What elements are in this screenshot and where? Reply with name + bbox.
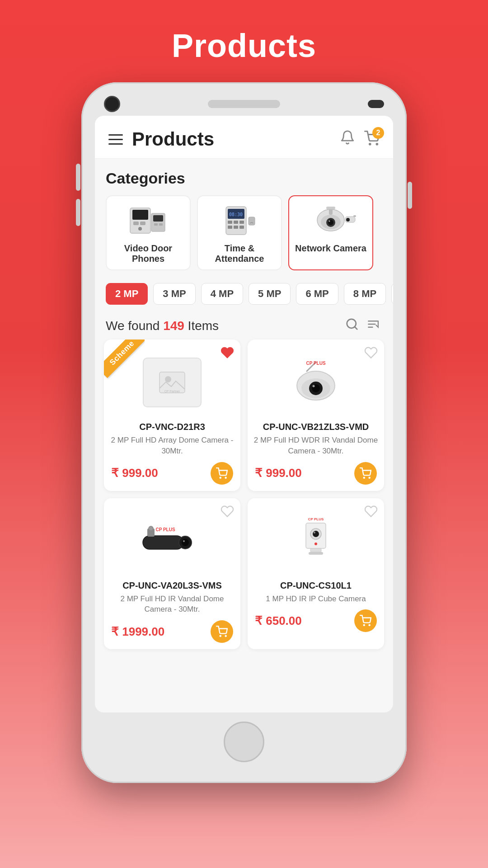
hamburger-menu-button[interactable] [108, 134, 123, 145]
svg-point-29 [346, 218, 350, 222]
cart-badge: 2 [372, 127, 384, 139]
svg-text:CP Partner: CP Partner [164, 390, 180, 393]
wishlist-button-p4[interactable] [364, 505, 378, 521]
svg-point-0 [369, 143, 371, 145]
video-door-phone-svg [123, 204, 173, 237]
power-button [408, 182, 412, 209]
svg-text:CP PLUS: CP PLUS [306, 361, 325, 366]
product-card-p2[interactable]: CP PLUS CP-UNC-VB21ZL3S-VMD 2 MP Full HD… [248, 340, 384, 491]
svg-rect-27 [326, 207, 335, 209]
svg-rect-16 [239, 221, 244, 224]
svg-rect-64 [310, 548, 321, 552]
product-model-p3: CP-UNC-VA20L3S-VMS [122, 580, 222, 591]
wishlist-button-p1[interactable] [221, 346, 234, 363]
svg-rect-65 [309, 552, 323, 555]
product-price-p2: ₹ 999.00 [255, 466, 302, 480]
svg-point-63 [314, 542, 317, 545]
svg-rect-15 [234, 221, 238, 224]
svg-point-58 [225, 636, 226, 637]
search-button[interactable] [345, 317, 359, 334]
add-to-cart-button-p2[interactable] [354, 462, 377, 485]
svg-point-40 [225, 477, 226, 478]
results-prefix: We found [106, 319, 163, 333]
product-model-p4: CP-UNC-CS10L1 [280, 580, 352, 591]
phone-shell: Products 2 Cate [81, 82, 407, 783]
mp-filter-4mp[interactable]: 4 MP [201, 283, 243, 305]
category-img-video-door [121, 203, 175, 239]
categories-row: Video Door Phones 08:30 [106, 195, 382, 270]
category-card-network-camera[interactable]: Network Camera [288, 195, 373, 270]
svg-rect-17 [228, 226, 232, 229]
product-card-p1[interactable]: Scheme CP Partner [104, 340, 240, 491]
svg-point-67 [364, 625, 365, 626]
svg-point-24 [328, 220, 333, 225]
add-to-cart-button-p4[interactable] [354, 609, 377, 632]
phone-side-button-right [408, 182, 412, 209]
home-button[interactable] [224, 722, 264, 762]
proximity-sensor [368, 100, 384, 108]
category-img-time-attendance: 08:30 [212, 203, 267, 239]
add-to-cart-button-p1[interactable] [211, 462, 233, 485]
wishlist-button-p3[interactable] [221, 505, 234, 521]
svg-point-49 [369, 477, 370, 478]
results-suffix: Items [184, 319, 219, 333]
svg-rect-20 [249, 217, 255, 225]
product-img-p3: CP PLUS [109, 507, 235, 575]
product-price-p3: ₹ 1999.00 [111, 625, 164, 639]
categories-section: Categories [95, 159, 393, 275]
svg-rect-5 [140, 222, 145, 225]
phone-bottom [90, 712, 398, 767]
wishlist-button-p2[interactable] [364, 346, 378, 363]
scheme-ribbon-p1: Scheme [104, 340, 145, 378]
product-model-p1: CP-VNC-D21R3 [139, 422, 205, 432]
sort-button[interactable] [367, 317, 382, 334]
results-text: We found 149 Items [106, 319, 219, 333]
mp-filter-5mp[interactable]: 5 MP [249, 283, 291, 305]
time-attendance-svg: 08:30 [215, 204, 264, 237]
mp-filter-2mp[interactable]: 2 MP [106, 283, 148, 305]
product-price-row-p3: ₹ 1999.00 [109, 620, 235, 643]
svg-point-1 [376, 143, 378, 145]
svg-text:CP PLUS: CP PLUS [308, 517, 324, 521]
product-card-p3[interactable]: CP PLUS CP-UNC-VA20L3S-VMS 2 MP Full HD … [104, 498, 240, 650]
product-desc-p1: 2 MP Full HD Array Dome Camera - 30Mtr. [109, 435, 235, 457]
mp-filter-4k8mp[interactable]: 4K 8MP [391, 283, 393, 305]
svg-rect-10 [159, 223, 163, 226]
category-label-video-door: Video Door Phones [111, 243, 185, 264]
svg-rect-8 [153, 215, 163, 222]
notification-bell-button[interactable] [340, 130, 355, 149]
dome-camera-svg-p2: CP PLUS [284, 358, 347, 407]
header-icons: 2 [340, 130, 380, 149]
svg-rect-30 [353, 215, 356, 217]
product-desc-p3: 2 MP Full HD IR Vandal Dome Camera - 30M… [109, 594, 235, 615]
bullet-camera-svg-p3: CP PLUS [138, 519, 206, 564]
mp-filter-8mp[interactable]: 8 MP [344, 283, 386, 305]
svg-point-39 [220, 477, 221, 478]
svg-point-53 [183, 540, 185, 542]
svg-rect-9 [154, 223, 158, 226]
category-card-video-door[interactable]: Video Door Phones [106, 195, 191, 270]
category-label-time-attendance: Time & Attendance [202, 243, 277, 264]
category-card-time-attendance[interactable]: 08:30 Time & Attendance [197, 195, 282, 270]
app-header: Products 2 [95, 116, 393, 159]
svg-point-48 [364, 477, 365, 478]
header-left: Products [108, 128, 214, 150]
results-count: 149 [163, 319, 184, 333]
svg-rect-14 [228, 221, 232, 224]
phone-screen: Products 2 Cate [95, 116, 393, 712]
add-to-cart-button-p3[interactable] [211, 620, 233, 643]
volume-down-button [76, 199, 80, 226]
mp-filter-6mp[interactable]: 6 MP [296, 283, 338, 305]
volume-up-button [76, 164, 80, 191]
cart-button[interactable]: 2 [364, 131, 380, 148]
mp-filter-row: 2 MP 3 MP 4 MP 5 MP 6 MP 8 MP 4K 8MP 4K … [95, 275, 393, 310]
product-price-p4: ₹ 650.00 [255, 614, 302, 628]
categories-title: Categories [106, 170, 382, 187]
hamburger-line-2 [108, 139, 123, 140]
category-img-network-camera [304, 203, 358, 239]
mp-filter-3mp[interactable]: 3 MP [153, 283, 195, 305]
product-model-p2: CP-UNC-VB21ZL3S-VMD [263, 422, 369, 432]
product-price-row-p1: ₹ 999.00 [109, 462, 235, 485]
product-card-p4[interactable]: CP PLUS CP-UNC-CS10L1 1 MP HD IR IP Cube… [248, 498, 384, 650]
svg-point-61 [313, 531, 319, 537]
